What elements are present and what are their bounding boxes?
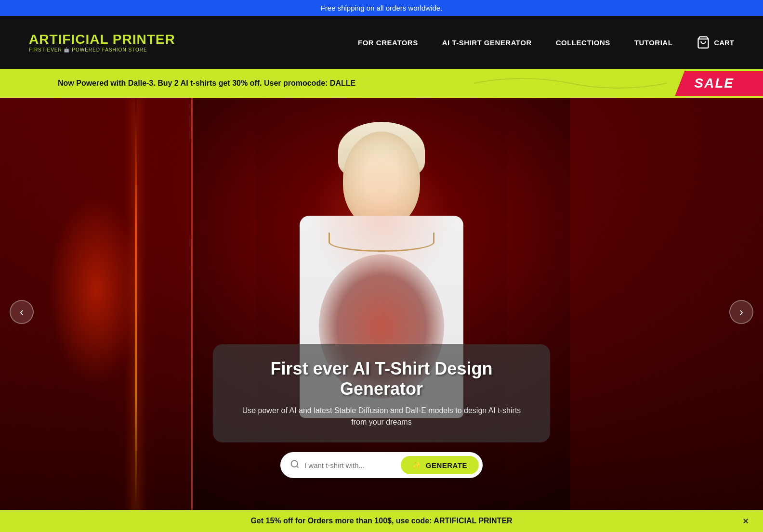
hero-content-box: First ever AI T-Shirt Design Generator U… [213, 344, 550, 442]
nav-for-creators[interactable]: FOR CREATORS [358, 39, 418, 47]
search-icon [290, 459, 300, 471]
bottom-discount-bar: Get 15% off for Orders more than 100$, u… [0, 510, 763, 526]
logo[interactable]: ARTIFICIAL PRINTER FIRST EVER 🤖 POWERED … [29, 32, 175, 52]
search-input[interactable] [304, 461, 401, 469]
necklace [329, 233, 434, 252]
logo-subtitle: FIRST EVER 🤖 POWERED FASHION STORE [29, 47, 175, 52]
navigation: FOR CREATORS AI T-SHIRT GENERATOR COLLEC… [358, 36, 734, 49]
logo-title: ARTIFICIAL PRINTER [29, 32, 175, 47]
cart-label: CART [714, 39, 734, 47]
generate-icon: ✨ [412, 461, 422, 469]
discount-text: Get 15% off for Orders more than 100$, u… [250, 517, 512, 525]
sale-badge: SALE [675, 71, 763, 96]
cart-button[interactable]: CART [697, 36, 734, 49]
nav-collections[interactable]: COLLECTIONS [556, 39, 610, 47]
sale-banner-text: Now Powered with Dalle-3. Buy 2 AI t-shi… [58, 79, 675, 88]
nav-tutorial[interactable]: TUTORIAL [634, 39, 673, 47]
search-bar: ✨ GENERATE [280, 452, 483, 478]
hero-subtitle: Use power of AI and latest Stable Diffus… [237, 405, 526, 428]
header: ARTIFICIAL PRINTER FIRST EVER 🤖 POWERED … [0, 16, 763, 69]
hero-content: First ever AI T-Shirt Design Generator U… [213, 344, 550, 478]
next-arrow[interactable]: › [729, 300, 753, 324]
model-head [343, 131, 420, 228]
generate-label: GENERATE [426, 461, 467, 469]
hero-section: ‹ › First ever AI T-Shirt Design Generat… [0, 98, 763, 526]
close-button[interactable]: × [743, 516, 749, 527]
generate-button[interactable]: ✨ GENERATE [401, 456, 479, 474]
prev-arrow[interactable]: ‹ [10, 300, 34, 324]
sale-banner: Now Powered with Dalle-3. Buy 2 AI t-shi… [0, 69, 763, 98]
svg-point-1 [291, 460, 298, 467]
hero-title: First ever AI T-Shirt Design Generator [237, 359, 526, 399]
nav-ai-generator[interactable]: AI T-SHIRT GENERATOR [442, 39, 532, 47]
neon-line [135, 98, 137, 526]
announcement-bar: Free shipping on all orders worldwide. [0, 0, 763, 16]
cart-icon [697, 36, 710, 49]
announcement-text: Free shipping on all orders worldwide. [321, 4, 443, 12]
